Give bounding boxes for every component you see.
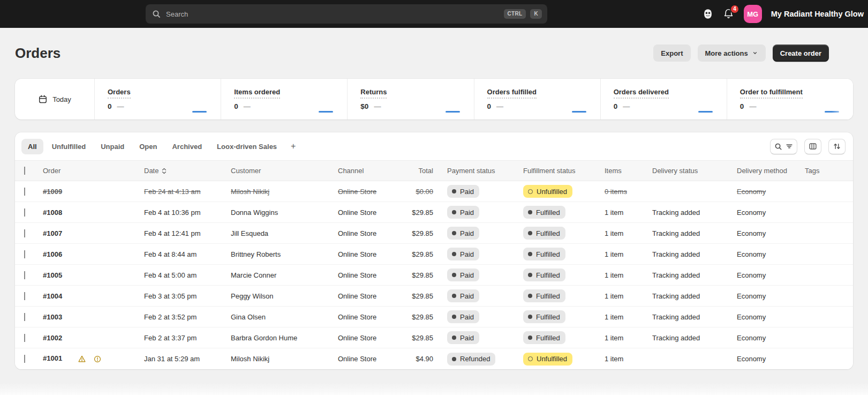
more-actions-label: More actions [705, 49, 748, 57]
metric-value: 0 [234, 102, 238, 110]
order-channel: Online Store [338, 229, 386, 237]
sparkline [319, 111, 333, 113]
row-checkbox[interactable] [24, 334, 25, 342]
order-items: 1 item [605, 208, 652, 217]
more-actions-button[interactable]: More actions [698, 44, 766, 62]
badge-label: Fulfilled [536, 250, 560, 258]
metrics-strip: Today Orders0—Items ordered0—Returns$0—O… [15, 79, 853, 120]
order-row[interactable]: #1002Feb 2 at 3:37 pmBarbra Gordon HumeO… [15, 327, 853, 348]
order-id-link[interactable]: #1005 [43, 271, 62, 279]
order-row[interactable]: #1005Feb 4 at 5:00 amMarcie ConnerOnline… [15, 265, 853, 286]
row-checkbox[interactable] [24, 250, 25, 258]
column-header-delivery-status: Delivery status [652, 167, 737, 175]
search-input[interactable] [165, 10, 500, 19]
column-header-channel: Channel [338, 167, 386, 175]
order-customer: Brittney Roberts [231, 250, 338, 258]
order-row[interactable]: #1007Feb 4 at 12:41 pmJill EsquedaOnline… [15, 223, 853, 244]
metric-label: Order to fulfillment [740, 88, 803, 99]
notifications-button[interactable]: 4 [723, 8, 735, 20]
order-id-link[interactable]: #1006 [43, 250, 62, 258]
column-header-tags: Tags [805, 167, 853, 175]
order-id-link[interactable]: #1008 [43, 208, 62, 217]
metric-card[interactable]: Order to fulfillment0— [727, 79, 853, 120]
order-row[interactable]: #1004Feb 3 at 3:05 pmPeggy WilsonOnline … [15, 286, 853, 307]
metric-delta: — [496, 102, 503, 110]
column-header-total: Total [386, 167, 433, 175]
date-filter-button[interactable]: Today [15, 79, 94, 120]
metric-card[interactable]: Returns$0— [347, 79, 473, 120]
order-channel: Online Store [338, 188, 386, 196]
row-checkbox[interactable] [24, 229, 25, 237]
order-delivery-method: Economy [737, 229, 805, 237]
row-checkbox[interactable] [24, 188, 25, 196]
order-items: 1 item [605, 313, 652, 321]
metric-label: Orders [108, 88, 131, 99]
face-icon[interactable] [702, 8, 714, 20]
metric-card[interactable]: Items ordered0— [221, 79, 347, 120]
tab-archived[interactable]: Archived [165, 139, 208, 154]
order-customer: Milosh Nikikj [231, 355, 338, 363]
metric-label: Returns [360, 88, 387, 99]
order-row[interactable]: #1006Feb 4 at 8:44 amBrittney RobertsOnl… [15, 244, 853, 265]
order-total: $29.85 [386, 229, 433, 237]
metric-card[interactable]: Orders delivered0— [600, 79, 727, 120]
order-delivery-status: Tracking added [652, 208, 737, 217]
order-row[interactable]: #1008Feb 4 at 10:36 pmDonna WigginsOnlin… [15, 202, 853, 223]
metric-delta: — [749, 102, 756, 110]
badge-label: Unfulfilled [537, 355, 567, 363]
badge-label: Paid [460, 313, 474, 321]
order-channel: Online Store [338, 271, 386, 279]
columns-button[interactable] [804, 139, 821, 154]
column-header-date[interactable]: Date [144, 167, 167, 175]
row-checkbox[interactable] [24, 355, 25, 363]
export-button[interactable]: Export [653, 44, 690, 62]
add-view-button[interactable]: + [285, 139, 301, 154]
metric-label: Orders delivered [614, 88, 669, 99]
row-checkbox[interactable] [24, 208, 25, 217]
select-all-checkbox[interactable] [24, 167, 25, 175]
chevron-down-icon [752, 50, 758, 56]
search-filter-button[interactable] [770, 139, 797, 154]
create-order-button[interactable]: Create order [773, 44, 829, 62]
global-search[interactable]: CTRL K [146, 4, 547, 24]
filled-dot-icon [528, 210, 532, 214]
table-body: #1009Feb 24 at 4:13 amMilosh NikikjOnlin… [15, 181, 853, 369]
filled-dot-icon [452, 336, 456, 340]
payment-status-badge: Fulfilled [523, 227, 565, 240]
metric-card[interactable]: Orders fulfilled0— [474, 79, 600, 120]
sparkline [825, 111, 839, 113]
order-id-link[interactable]: #1002 [43, 334, 62, 342]
tab-loox-driven-sales[interactable]: Loox-driven Sales [210, 139, 283, 154]
sort-button[interactable] [828, 139, 846, 154]
column-header-order: Order [43, 167, 144, 175]
tab-all[interactable]: All [21, 139, 43, 154]
order-row[interactable]: #1009Feb 24 at 4:13 amMilosh NikikjOnlin… [15, 181, 853, 202]
order-channel: Online Store [338, 292, 386, 300]
order-id-link[interactable]: #1003 [43, 313, 62, 321]
store-name[interactable]: My Radiant Healthy Glow [771, 10, 864, 18]
filled-dot-icon [528, 231, 532, 235]
filled-dot-icon [528, 273, 532, 277]
avatar[interactable]: MG [744, 5, 762, 23]
tab-unpaid[interactable]: Unpaid [94, 139, 131, 154]
tab-open[interactable]: Open [133, 139, 163, 154]
metric-label: Orders fulfilled [487, 88, 537, 99]
sparkline [572, 111, 586, 113]
order-id-link[interactable]: #1009 [43, 188, 62, 196]
order-row[interactable]: #1001Jan 31 at 5:29 amMilosh NikikjOnlin… [15, 348, 853, 369]
order-row[interactable]: #1003Feb 2 at 3:52 pmGina OlsenOnline St… [15, 307, 853, 327]
row-checkbox[interactable] [24, 313, 25, 321]
row-checkbox[interactable] [24, 292, 25, 300]
column-header-delivery-method: Delivery method [737, 167, 805, 175]
metric-card[interactable]: Orders0— [94, 79, 221, 120]
payment-status-badge: Paid [447, 331, 479, 344]
order-id-link[interactable]: #1004 [43, 292, 62, 300]
tab-unfulfilled[interactable]: Unfulfilled [46, 139, 93, 154]
order-id-link[interactable]: #1007 [43, 229, 62, 237]
metric-value: 0 [740, 102, 744, 110]
badge-label: Paid [460, 271, 474, 279]
sort-carets-icon [161, 167, 167, 175]
row-checkbox[interactable] [24, 271, 25, 279]
order-id-link[interactable]: #1001 [43, 354, 62, 362]
order-channel: Online Store [338, 250, 386, 258]
